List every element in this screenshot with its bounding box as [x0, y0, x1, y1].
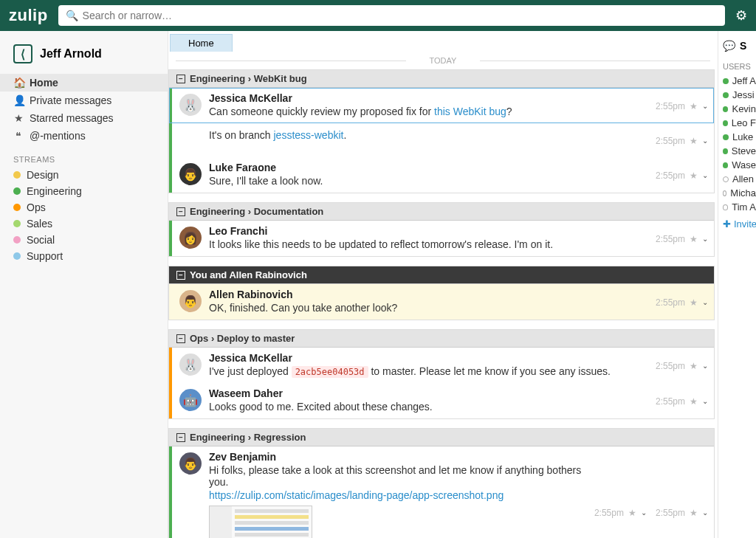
message-link[interactable]: this WebKit bug [434, 106, 506, 117]
recipient-group: −Ops › Deploy to master 🐰 Jessica McKell… [168, 329, 715, 419]
gear-icon[interactable]: ⚙ [735, 7, 747, 24]
user-presence-row[interactable]: Allen [723, 172, 756, 186]
collapse-icon[interactable]: − [176, 207, 185, 216]
stream-item[interactable]: Ops [0, 199, 168, 215]
recipient-header[interactable]: −You and Allen Rabinovich [169, 266, 714, 284]
stream-name: Social [27, 234, 55, 246]
search-input[interactable] [83, 10, 718, 21]
star-icon[interactable]: ★ [690, 234, 698, 244]
presence-dot [723, 204, 728, 210]
recipient-group: −Engineering › WebKit bug 🐰 Jessica McKe… [168, 69, 715, 193]
user-presence-row[interactable]: Tim A [723, 200, 756, 214]
chevron-down-icon[interactable]: ⌄ [702, 102, 708, 110]
user-presence-row[interactable]: Luke [723, 130, 756, 144]
message-row[interactable]: 👨 Zev Benjamin Hi folks, please take a l… [169, 446, 714, 538]
chevron-down-icon[interactable]: ⌄ [641, 508, 647, 517]
star-icon[interactable]: ★ [690, 170, 698, 181]
current-user[interactable]: ⟨ Jeff Arnold [0, 41, 168, 74]
invite-link[interactable]: ✚Invite [723, 214, 756, 230]
recipient-header[interactable]: −Engineering › Documentation [169, 203, 714, 221]
chevron-down-icon[interactable]: ⌄ [702, 397, 708, 405]
message-meta: 2:55pm★⌄ [656, 387, 708, 413]
chevron-down-icon[interactable]: ⌄ [702, 508, 708, 517]
star-icon[interactable]: ★ [690, 101, 698, 111]
star-icon[interactable]: ★ [628, 508, 636, 518]
chevron-down-icon[interactable]: ⌄ [702, 235, 708, 243]
presence-dot [723, 134, 729, 140]
compose-button[interactable]: 💬S [723, 37, 756, 59]
star-icon[interactable]: ★ [690, 361, 698, 371]
tab-home[interactable]: Home [170, 34, 233, 52]
star-icon: ★ [13, 112, 24, 124]
stream-item[interactable]: Engineering [0, 183, 168, 199]
nav-starred[interactable]: ★Starred messages [0, 109, 168, 127]
message-content: It's on branch jesstess-webkit. [209, 129, 656, 141]
recipient-group: −Engineering › Regression 👨 Zev Benjamin… [168, 428, 715, 538]
star-icon[interactable]: ★ [690, 508, 698, 518]
message-link[interactable]: jesstess-webkit [274, 129, 344, 141]
message-row[interactable]: 🐰 Jessica McKellar I've just deployed 2a… [169, 348, 714, 383]
presence-dot [723, 106, 728, 112]
avatar: 🐰 [179, 94, 202, 116]
top-bar: zulip 🔍 ⚙ [0, 0, 756, 31]
user-name: Steve [732, 145, 756, 156]
message-content: Can someone quickly review my proposed f… [209, 106, 656, 117]
collapse-icon[interactable]: − [176, 75, 185, 83]
nav-home[interactable]: 🏠Home [0, 74, 168, 92]
stream-name: Ops [27, 201, 46, 213]
search-box[interactable]: 🔍 [58, 5, 725, 26]
user-presence-row[interactable]: Jessi [723, 88, 756, 102]
message-row[interactable]: It's on branch jesstess-webkit. 2:55pm★⌄ [169, 123, 714, 157]
stream-color-dot [13, 187, 21, 195]
message-meta: 2:55pm★⌄ [656, 162, 708, 187]
home-icon: 🏠 [13, 77, 24, 89]
star-icon[interactable]: ★ [690, 136, 698, 146]
stream-color-dot [13, 171, 21, 179]
nav-private-messages[interactable]: 👤Private messages [0, 92, 168, 109]
message-row[interactable]: 👨 Luke Faraone Sure, I'll take a look no… [169, 157, 714, 193]
recipient-header[interactable]: −Ops › Deploy to master [169, 330, 714, 348]
collapse-icon[interactable]: − [176, 433, 185, 442]
message-link[interactable]: https://zulip.com/static/images/landing-… [209, 489, 504, 501]
stream-item[interactable]: Design [0, 167, 168, 183]
user-presence-row[interactable]: Jeff A [723, 74, 756, 88]
stream-item[interactable]: Social [0, 232, 168, 248]
app-logo: zulip [9, 6, 48, 25]
message-content: Sure, I'll take a look now. [209, 175, 656, 187]
user-presence-row[interactable]: Steve [723, 144, 756, 158]
message-row[interactable]: 👨 Allen Rabinovich OK, finished. Can you… [169, 284, 714, 320]
message-meta: 2:55pm★⌄ [656, 128, 708, 151]
stream-color-dot [13, 220, 21, 227]
star-icon[interactable]: ★ [690, 396, 698, 407]
stream-item[interactable]: Support [0, 248, 168, 264]
message-row[interactable]: 🤖 Waseem Daher Looks good to me. Excited… [169, 383, 714, 418]
recipient-header[interactable]: −Engineering › WebKit bug [169, 70, 714, 88]
user-presence-row[interactable]: Micha [723, 186, 756, 200]
sender-name: Jessica McKellar [209, 352, 656, 364]
stream-name: Support [27, 250, 63, 262]
stream-item[interactable]: Sales [0, 215, 168, 232]
message-meta: 2:55pm★⌄ [656, 289, 708, 314]
plus-icon: ✚ [723, 218, 731, 230]
tab-bar: Home [168, 31, 718, 52]
image-thumbnail[interactable] [209, 506, 312, 538]
chevron-down-icon[interactable]: ⌄ [702, 137, 708, 145]
user-presence-row[interactable]: Kevin [723, 102, 756, 116]
nav-mentions[interactable]: ❝@-mentions [0, 127, 168, 145]
recipient-header[interactable]: −Engineering › Regression [169, 429, 714, 446]
collapse-icon[interactable]: − [176, 271, 185, 280]
sender-name: Zev Benjamin [209, 451, 594, 463]
user-presence-row[interactable]: Wase [723, 158, 756, 172]
message-row[interactable]: 🐰 Jessica McKellar Can someone quickly r… [169, 88, 714, 123]
user-presence-row[interactable]: Leo F [723, 116, 756, 130]
chevron-down-icon[interactable]: ⌄ [702, 171, 708, 179]
presence-dot [723, 162, 728, 168]
chevron-down-icon[interactable]: ⌄ [702, 362, 708, 370]
user-name: Micha [730, 187, 756, 199]
user-name: Jessi [732, 89, 755, 100]
message-row[interactable]: 👩 Leo Franchi It looks like this needs t… [169, 221, 714, 256]
presence-dot [723, 92, 729, 98]
star-icon[interactable]: ★ [690, 297, 698, 308]
chevron-down-icon[interactable]: ⌄ [702, 298, 708, 306]
collapse-icon[interactable]: − [176, 334, 185, 343]
